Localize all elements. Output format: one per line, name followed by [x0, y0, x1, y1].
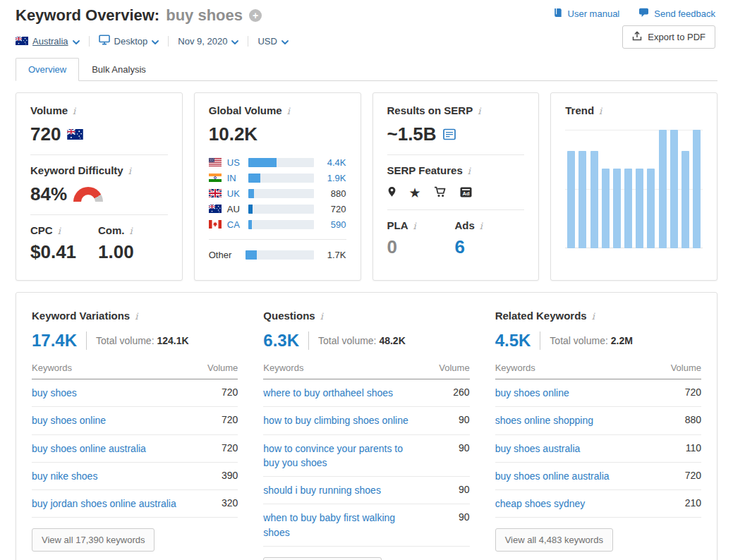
keyword-link[interactable]: buy shoes online australia [32, 442, 146, 456]
page-title-keyword: buy shoes [166, 6, 243, 25]
info-icon[interactable]: i [599, 106, 602, 116]
country-volume-value: 880 [320, 188, 346, 199]
divider [86, 331, 87, 350]
keyword-table: buy shoes 720 buy shoes online 720 buy s… [32, 379, 238, 518]
device-filter-label: Desktop [114, 36, 148, 47]
view-all-button[interactable]: View all 17,390 keywords [32, 528, 155, 552]
serp-source-icon[interactable] [443, 123, 456, 145]
table-header: Keywords Volume [263, 363, 469, 379]
info-icon[interactable]: i [287, 106, 290, 116]
keyword-link[interactable]: buy shoes online [32, 413, 106, 427]
country-code-link[interactable]: UK [227, 188, 243, 199]
keyword-link[interactable]: should i buy running shoes [263, 483, 381, 497]
table-row: buy nike shoes 390 [32, 463, 238, 490]
com-block: Com.i 1.00 [98, 224, 134, 263]
keyword-link[interactable]: how to buy climbing shoes online [263, 413, 408, 427]
country-volume-bar [248, 205, 314, 214]
serp-features-title: SERP Features [387, 164, 463, 176]
australia-flag-icon [67, 129, 83, 140]
filter-divider [248, 36, 248, 47]
section-stats: 4.5K Total volume: 2.2M [495, 331, 701, 351]
info-icon[interactable]: i [58, 226, 61, 236]
tab[interactable]: Overview [16, 58, 79, 81]
volume-title: Volume [30, 104, 68, 116]
export-pdf-button[interactable]: Export to PDF [622, 25, 715, 49]
country-filter[interactable]: Australia [16, 35, 80, 47]
trend-bar [693, 130, 701, 248]
book-icon [553, 8, 563, 20]
info-icon[interactable]: i [320, 311, 323, 322]
info-icon[interactable]: i [135, 311, 138, 322]
keywords-column-header: Keywords [263, 363, 303, 373]
trend-card: Trendi [550, 92, 717, 281]
country-flag-icon [209, 205, 222, 213]
trend-bar [647, 169, 655, 248]
country-volume-bar-fill [248, 205, 253, 214]
table-row: how to buy climbing shoes online 90 [263, 407, 469, 434]
date-filter-label: Nov 9, 2020 [178, 36, 227, 47]
global-volume-title: Global Volume [209, 104, 282, 116]
country-flag-icon [209, 158, 222, 166]
info-icon[interactable]: i [413, 221, 416, 231]
info-icon[interactable]: i [478, 106, 480, 116]
currency-filter[interactable]: USD [258, 35, 288, 47]
table-header: Keywords Volume [495, 363, 701, 379]
keyword-link[interactable]: buy shoes australia [495, 442, 581, 456]
tab[interactable]: Bulk Analysis [79, 58, 159, 81]
date-filter[interactable]: Nov 9, 2020 [178, 35, 238, 47]
chevron-down-icon [152, 36, 159, 47]
keyword-volume: 90 [459, 413, 470, 425]
info-icon[interactable]: i [592, 311, 595, 322]
keyword-link[interactable]: buy shoes online australia [495, 469, 610, 483]
add-keyword-icon[interactable]: + [249, 9, 262, 22]
volume-column-header: Volume [439, 363, 469, 373]
tab-bar: OverviewBulk Analysis [16, 58, 717, 81]
info-icon[interactable]: i [468, 166, 471, 176]
country-volume-row: AU 720 [209, 201, 346, 217]
results-on-serp-title: Results on SERP [387, 104, 473, 116]
view-all-button[interactable]: View all 6,281 keywords [263, 557, 381, 560]
keyword-link[interactable]: cheap shoes sydney [495, 497, 586, 511]
info-icon[interactable]: i [128, 166, 131, 176]
device-filter[interactable]: Desktop [99, 35, 159, 47]
section-title: Questions [263, 310, 315, 322]
trend-bar [636, 169, 643, 248]
table-header: Keywords Volume [32, 363, 238, 379]
info-icon[interactable]: i [480, 221, 483, 231]
keyword-link[interactable]: where to buy orthaheel shoes [263, 386, 393, 400]
keyword-link[interactable]: how to convince your parents to buy you … [263, 442, 421, 470]
country-code-link[interactable]: AU [227, 204, 243, 214]
trend-title: Trend [565, 104, 594, 116]
country-code-link[interactable]: IN [227, 173, 243, 183]
star-icon: ★ [409, 186, 421, 200]
total-volume-value: 124.1K [157, 335, 188, 346]
info-icon[interactable]: i [130, 226, 133, 236]
keywords-column-header: Keywords [495, 363, 535, 373]
section-total: Total volume: 2.2M [550, 335, 633, 346]
keyword-section: Keyword Variationsi 17.4K Total volume: … [32, 310, 238, 560]
keyword-difficulty-title: Keyword Difficulty [30, 164, 123, 176]
total-volume-label: Total volume: [550, 335, 607, 346]
serp-card: Results on SERPi ~1.5B SERP Featuresi ★A… [372, 92, 540, 281]
keyword-link[interactable]: buy jordan shoes online australia [32, 497, 176, 511]
send-feedback-label: Send feedback [654, 8, 715, 19]
view-all-button[interactable]: View all 4,483 keywords [495, 528, 613, 552]
table-row: buy shoes 720 [32, 379, 238, 407]
keyword-link[interactable]: buy shoes [32, 386, 77, 400]
chevron-down-icon [73, 36, 80, 47]
keyword-link[interactable]: when to buy baby first walking shoes [263, 511, 421, 540]
send-feedback-link[interactable]: Send feedback [638, 8, 715, 20]
keyword-link[interactable]: shoes online shopping [495, 413, 593, 427]
info-icon[interactable]: i [73, 106, 75, 116]
keyword-link[interactable]: buy nike shoes [32, 469, 97, 483]
divider [387, 154, 525, 155]
country-code-link[interactable]: CA [227, 219, 243, 230]
volume-title-row: Volumei [30, 104, 168, 117]
divider [387, 209, 525, 210]
keyword-link[interactable]: buy shoes online [495, 386, 569, 400]
country-volume-row: US 4.4K [209, 154, 346, 170]
country-code-link[interactable]: US [227, 157, 243, 168]
user-manual-link[interactable]: User manual [553, 8, 620, 20]
location-pin-icon [387, 186, 396, 200]
other-label: Other [209, 250, 240, 260]
